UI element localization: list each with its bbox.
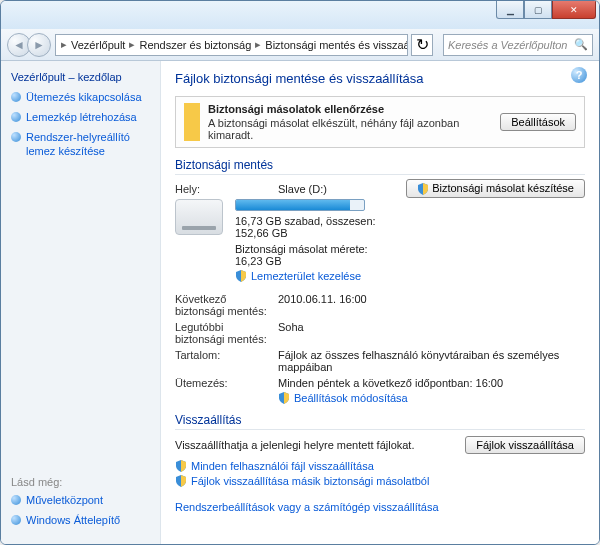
bullet-icon bbox=[11, 132, 21, 142]
backup-location-row: Hely: Slave (D:) 16,73 GB szabad, összes… bbox=[175, 179, 585, 285]
sidebar-link-turnoff-schedule[interactable]: Ütemezés kikapcsolása bbox=[11, 91, 150, 104]
restore-files-button[interactable]: Fájlok visszaállítása bbox=[465, 436, 585, 454]
sidebar-link-label: Windows Áttelepítő bbox=[26, 514, 120, 527]
bullet-icon bbox=[11, 92, 21, 102]
restore-text: Visszaállíthatja a jelenlegi helyre ment… bbox=[175, 439, 455, 451]
shield-icon bbox=[175, 475, 187, 487]
manage-space-link[interactable]: Lemezterület kezelése bbox=[251, 270, 361, 282]
row-value: Minden péntek a következő időpontban: 16… bbox=[278, 377, 585, 389]
sidebar-heading[interactable]: Vezérlőpult – kezdőlap bbox=[11, 71, 150, 83]
bullet-icon bbox=[11, 515, 21, 525]
close-button[interactable]: ✕ bbox=[552, 1, 596, 19]
row-value: 2010.06.11. 16:00 bbox=[278, 293, 585, 305]
restore-all-users-link[interactable]: Minden felhasználói fájl visszaállítása bbox=[191, 460, 374, 472]
content-body: Vezérlőpult – kezdőlap Ütemezés kikapcso… bbox=[1, 61, 599, 544]
backup-section-title: Biztonsági mentés bbox=[175, 158, 585, 175]
sidebar-link-create-recovery-disk[interactable]: Rendszer-helyreállító lemez készítése bbox=[11, 131, 150, 157]
sidebar-link-easy-transfer[interactable]: Windows Áttelepítő bbox=[11, 514, 150, 527]
schedule-row: Ütemezés: Minden péntek a következő időp… bbox=[175, 377, 585, 407]
drive-space-bar bbox=[235, 199, 365, 211]
sidebar-link-create-image[interactable]: Lemezkép létrehozása bbox=[11, 111, 150, 124]
breadcrumb[interactable]: Rendszer és biztonság bbox=[136, 39, 254, 51]
control-panel-window: ▁ ▢ ✕ ◄ ► ▸ Vezérlőpult ▸ Rendszer és bi… bbox=[0, 0, 600, 545]
forward-button[interactable]: ► bbox=[27, 33, 51, 57]
shield-icon bbox=[278, 392, 290, 404]
search-input[interactable]: Keresés a Vezérlőpulton 🔍 bbox=[443, 34, 593, 56]
page-title: Fájlok biztonsági mentése és visszaállít… bbox=[175, 71, 585, 86]
location-label: Hely: bbox=[175, 183, 270, 195]
maximize-button[interactable]: ▢ bbox=[524, 1, 552, 19]
alert-box: Biztonsági másolatok ellenőrzése A bizto… bbox=[175, 96, 585, 148]
row-label: Legutóbbi biztonsági mentés: bbox=[175, 321, 270, 345]
sidebar-link-label: Lemezkép létrehozása bbox=[26, 111, 137, 124]
address-bar[interactable]: ▸ Vezérlőpult ▸ Rendszer és biztonság ▸ … bbox=[55, 34, 408, 56]
alert-settings-button[interactable]: Beállítások bbox=[500, 113, 576, 131]
sidebar-link-label: Ütemezés kikapcsolása bbox=[26, 91, 142, 104]
drive-name: Slave (D:) bbox=[278, 183, 398, 195]
search-placeholder: Keresés a Vezérlőpulton bbox=[448, 39, 567, 51]
see-also-label: Lásd még: bbox=[11, 476, 150, 488]
sidebar: Vezérlőpult – kezdőlap Ütemezés kikapcso… bbox=[1, 61, 161, 544]
shield-icon bbox=[235, 270, 247, 282]
chevron-icon: ▸ bbox=[254, 38, 262, 51]
chevron-icon: ▸ bbox=[60, 38, 68, 51]
drive-icon bbox=[175, 199, 223, 235]
chevron-icon: ▸ bbox=[128, 38, 136, 51]
sidebar-link-label: Műveletközpont bbox=[26, 494, 103, 507]
row-label: Ütemezés: bbox=[175, 377, 270, 389]
contents-row: Tartalom:Fájlok az összes felhasználó kö… bbox=[175, 349, 585, 373]
warning-stripe-icon bbox=[184, 103, 200, 141]
backup-size-text: Biztonsági másolat mérete: 16,23 GB bbox=[235, 243, 398, 267]
alert-title: Biztonsági másolatok ellenőrzése bbox=[208, 103, 492, 115]
restore-row: Visszaállíthatja a jelenlegi helyre ment… bbox=[175, 436, 585, 454]
row-value: Soha bbox=[278, 321, 585, 333]
shield-icon bbox=[417, 183, 429, 195]
restore-section-title: Visszaállítás bbox=[175, 413, 585, 430]
titlebar: ▁ ▢ ✕ bbox=[1, 1, 599, 29]
bullet-icon bbox=[11, 495, 21, 505]
row-label: Következő biztonsági mentés: bbox=[175, 293, 270, 317]
row-value: Fájlok az összes felhasználó könyvtáraib… bbox=[278, 349, 585, 373]
drive-free-text: 16,73 GB szabad, összesen: 152,66 GB bbox=[235, 215, 398, 239]
drive-block: 16,73 GB szabad, összesen: 152,66 GB Biz… bbox=[175, 199, 398, 285]
backup-now-button[interactable]: Biztonsági másolat készítése bbox=[406, 179, 585, 198]
breadcrumb[interactable]: Biztonsági mentés és visszaállítás bbox=[262, 39, 408, 51]
window-controls: ▁ ▢ ✕ bbox=[496, 1, 596, 19]
alert-text: Biztonsági másolatok ellenőrzése A bizto… bbox=[208, 103, 492, 141]
sidebar-link-action-center[interactable]: Műveletközpont bbox=[11, 494, 150, 507]
sidebar-link-label: Rendszer-helyreállító lemez készítése bbox=[26, 131, 150, 157]
nav-history-buttons: ◄ ► bbox=[7, 33, 51, 57]
row-label: Tartalom: bbox=[175, 349, 270, 361]
breadcrumb[interactable]: Vezérlőpult bbox=[68, 39, 128, 51]
restore-from-other-link[interactable]: Fájlok visszaállítása másik biztonsági m… bbox=[191, 475, 429, 487]
change-settings-link[interactable]: Beállítások módosítása bbox=[294, 392, 408, 404]
help-icon[interactable]: ? bbox=[571, 67, 587, 83]
last-backup-row: Legutóbbi biztonsági mentés:Soha bbox=[175, 321, 585, 345]
next-backup-row: Következő biztonsági mentés:2010.06.11. … bbox=[175, 293, 585, 317]
bullet-icon bbox=[11, 112, 21, 122]
search-icon: 🔍 bbox=[574, 38, 588, 51]
main-pane: ? Fájlok biztonsági mentése és visszaáll… bbox=[161, 61, 599, 544]
system-restore-link[interactable]: Rendszerbeállítások vagy a számítógép vi… bbox=[175, 501, 439, 513]
shield-icon bbox=[175, 460, 187, 472]
refresh-button[interactable]: ↻ bbox=[411, 34, 433, 56]
navigation-bar: ◄ ► ▸ Vezérlőpult ▸ Rendszer és biztonsá… bbox=[1, 29, 599, 61]
backup-now-label: Biztonsági másolat készítése bbox=[432, 182, 574, 194]
minimize-button[interactable]: ▁ bbox=[496, 1, 524, 19]
alert-message: A biztonsági másolat elkészült, néhány f… bbox=[208, 117, 492, 141]
